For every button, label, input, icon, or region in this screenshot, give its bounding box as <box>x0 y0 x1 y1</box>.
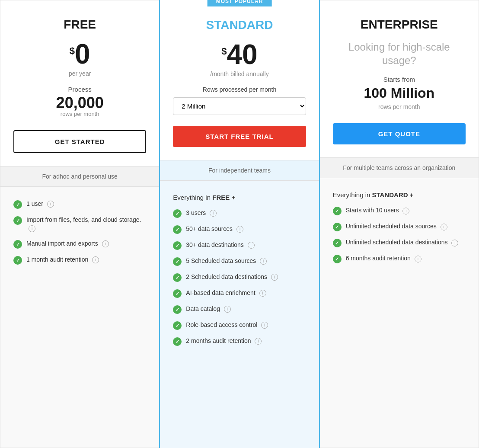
check-icon <box>13 256 22 265</box>
standard-features-header: Everything in FREE + <box>173 194 306 201</box>
list-item: 2 months audit retention i <box>173 337 306 346</box>
plan-free: FREE $ 0 per year Process 20,000 rows pe… <box>0 0 159 448</box>
info-icon[interactable]: i <box>236 226 243 233</box>
check-icon <box>333 223 342 231</box>
info-icon[interactable]: i <box>224 306 231 313</box>
check-icon <box>13 216 22 225</box>
list-item: 6 months audit retention i <box>333 254 466 263</box>
standard-cta-button[interactable]: START FREE TRIAL <box>173 126 306 147</box>
info-icon[interactable]: i <box>415 256 422 262</box>
plan-enterprise: ENTERPRISE Looking for high-scale usage?… <box>320 0 479 448</box>
info-icon[interactable]: i <box>261 322 268 329</box>
check-icon <box>13 200 22 209</box>
feature-text: 5 Scheduled data sources i <box>186 257 267 266</box>
list-item: 50+ data sources i <box>173 225 306 234</box>
check-icon <box>333 207 342 215</box>
check-icon <box>333 239 342 247</box>
list-item: 2 Scheduled data destinations i <box>173 273 306 282</box>
list-item: 30+ data destinations i <box>173 241 306 250</box>
enterprise-plan-name: ENTERPRISE <box>333 18 466 32</box>
info-icon[interactable]: i <box>47 201 54 208</box>
standard-plan-header: STANDARD $ 40 /month billed annually Row… <box>160 0 319 160</box>
standard-features-section: Everything in FREE + 3 users i 50+ data … <box>160 180 319 448</box>
list-item: Unlimited scheduled data destinations i <box>333 238 466 247</box>
plan-standard: MOST POPULAR STANDARD $ 40 /month billed… <box>159 0 319 448</box>
feature-text: Role-based access control i <box>186 321 268 330</box>
free-rows-label: Process <box>13 86 146 93</box>
most-popular-badge: MOST POPULAR <box>208 0 272 6</box>
check-icon <box>173 289 182 298</box>
free-cta-button[interactable]: GET STARTED <box>13 130 146 153</box>
info-icon[interactable]: i <box>102 240 109 247</box>
feature-text: Data catalog i <box>186 305 231 314</box>
feature-text: Manual import and exports i <box>26 240 109 248</box>
info-icon[interactable]: i <box>441 224 447 230</box>
check-icon <box>173 337 182 346</box>
list-item: Import from files, feeds, and cloud stor… <box>13 216 146 233</box>
feature-text: Unlimited scheduled data sources i <box>346 222 447 231</box>
info-icon[interactable]: i <box>255 338 262 345</box>
info-icon[interactable]: i <box>271 274 278 281</box>
enterprise-starts-label: Starts from <box>333 76 466 83</box>
list-item: Unlimited scheduled data sources i <box>333 222 466 231</box>
check-icon <box>173 273 182 282</box>
check-icon <box>173 257 182 266</box>
standard-price-period: /month billed annually <box>173 70 306 77</box>
free-plan-header: FREE $ 0 per year Process 20,000 rows pe… <box>0 0 159 166</box>
enterprise-cta-button[interactable]: GET QUOTE <box>333 123 466 144</box>
free-price-currency: $ <box>70 45 75 57</box>
check-icon <box>173 305 182 314</box>
info-icon[interactable]: i <box>259 290 266 297</box>
info-icon[interactable]: i <box>210 210 217 217</box>
list-item: Data catalog i <box>173 305 306 314</box>
feature-text: 3 users i <box>186 209 217 218</box>
feature-text: 50+ data sources i <box>186 225 243 234</box>
free-features-list: 1 user i Import from files, feeds, and c… <box>13 200 146 265</box>
free-price-amount: 0 <box>75 40 90 68</box>
enterprise-plan-header: ENTERPRISE Looking for high-scale usage?… <box>320 0 479 157</box>
enterprise-use-case: For multiple teams across an organizatio… <box>320 157 479 178</box>
free-rows-amount: 20,000 <box>13 95 146 111</box>
standard-features-list: 3 users i 50+ data sources i 30+ data de… <box>173 209 306 346</box>
info-icon[interactable]: i <box>92 256 99 263</box>
feature-text: Import from files, feeds, and cloud stor… <box>26 216 146 233</box>
list-item: Starts with 10 users i <box>333 206 466 215</box>
info-icon[interactable]: i <box>248 242 255 249</box>
check-icon <box>13 240 22 249</box>
enterprise-features-section: Everything in STANDARD + Starts with 10 … <box>320 178 479 448</box>
feature-text: 2 months audit retention i <box>186 337 262 346</box>
check-icon <box>173 225 182 234</box>
standard-rows-label: Rows processed per month <box>173 86 306 93</box>
list-item: 5 Scheduled data sources i <box>173 257 306 266</box>
info-icon[interactable]: i <box>451 240 458 246</box>
list-item: 1 month audit retention i <box>13 256 146 265</box>
pricing-section: FREE $ 0 per year Process 20,000 rows pe… <box>0 0 479 448</box>
check-icon <box>333 255 342 263</box>
feature-text: 1 user i <box>26 200 54 208</box>
standard-rows-select[interactable]: 2 Million 5 Million 10 Million 20 Millio… <box>173 97 306 115</box>
list-item: Manual import and exports i <box>13 240 146 249</box>
info-icon[interactable]: i <box>402 208 409 214</box>
list-item: Role-based access control i <box>173 321 306 330</box>
feature-text: Unlimited scheduled data destinations i <box>346 238 459 247</box>
info-icon[interactable]: i <box>29 225 35 232</box>
list-item: 1 user i <box>13 200 146 209</box>
list-item: AI-based data enrichment i <box>173 289 306 298</box>
standard-price-wrapper: $ 40 <box>173 41 306 68</box>
free-price-wrapper: $ 0 <box>13 40 146 68</box>
standard-use-case: For independent teams <box>160 160 319 180</box>
info-icon[interactable]: i <box>260 258 267 265</box>
enterprise-features-list: Starts with 10 users i Unlimited schedul… <box>333 206 466 263</box>
check-icon <box>173 241 182 250</box>
feature-text: 6 months audit retention i <box>346 254 422 263</box>
free-price-period: per year <box>13 70 146 77</box>
free-use-case: For adhoc and personal use <box>0 166 159 186</box>
standard-price-amount: 40 <box>227 41 258 68</box>
check-icon <box>173 209 182 218</box>
enterprise-tagline: Looking for high-scale usage? <box>333 40 466 67</box>
check-icon <box>173 321 182 330</box>
feature-text: AI-based data enrichment i <box>186 289 266 298</box>
feature-text: 1 month audit retention i <box>26 256 99 264</box>
enterprise-rows-label: rows per month <box>333 103 466 110</box>
feature-text: Starts with 10 users i <box>346 206 410 215</box>
